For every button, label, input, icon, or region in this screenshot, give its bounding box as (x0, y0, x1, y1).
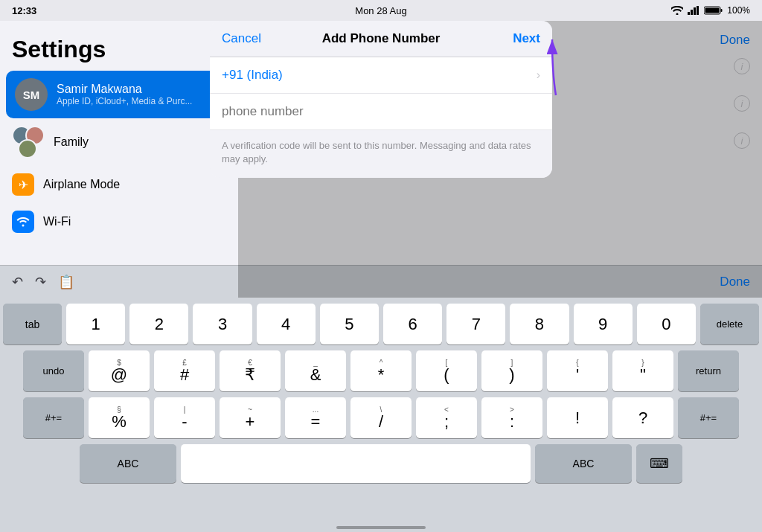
sidebar-item-airplane[interactable]: ✈ Airplane Mode (0, 166, 238, 203)
key-rquote[interactable]: } " (612, 350, 673, 391)
status-bar: 12:33 Mon 28 Aug 100% (0, 0, 762, 21)
key-2[interactable]: 2 (129, 304, 188, 344)
status-time: 12:33 (12, 5, 36, 16)
airplane-label: Airplane Mode (43, 178, 120, 191)
family-avatar-3 (18, 139, 37, 158)
key-hash[interactable]: £ # (154, 350, 215, 391)
key-rparen[interactable]: ] ) (481, 350, 542, 391)
chevron-right-icon: › (537, 68, 540, 82)
key-7[interactable]: 7 (446, 304, 505, 344)
key-star[interactable]: ^ * (350, 350, 412, 391)
key-equal[interactable]: ... = (285, 397, 346, 438)
country-selector[interactable]: +91 (India) (222, 68, 283, 83)
svg-rect-3 (697, 6, 699, 15)
settings-title: Settings (0, 21, 238, 71)
key-semi[interactable]: < ; (416, 397, 477, 438)
key-minus[interactable]: | - (154, 397, 215, 438)
key-8[interactable]: 8 (510, 304, 569, 344)
country-row[interactable]: +91 (India) › (210, 57, 552, 94)
undo-icon[interactable]: ↶ (12, 274, 23, 290)
status-date: Mon 28 Aug (355, 5, 406, 16)
modal-hint: A verification code will be sent to this… (210, 130, 552, 178)
space-key[interactable] (181, 444, 531, 483)
wifi-settings-icon (12, 211, 34, 233)
svg-rect-0 (688, 12, 690, 15)
status-icons: 100% (671, 5, 750, 16)
keyboard-row-4: ABC ABC ⌨ (3, 444, 759, 483)
modal-cancel-button[interactable]: Cancel (222, 31, 261, 46)
key-9[interactable]: 9 (574, 304, 633, 344)
keyboard-row-2: undo $ @ £ # € ₹ _ & ^ * [ ( ] ) (3, 350, 759, 391)
user-info: Samir Makwana Apple ID, iCloud+, Media &… (57, 83, 192, 106)
key-at[interactable]: $ @ (89, 350, 150, 391)
shift-right-key[interactable]: #+= (678, 397, 739, 438)
keyboard: tab 1 2 3 4 5 6 7 8 9 0 delete undo $ @ … (0, 298, 762, 532)
emoji-key-label: ⌨ (650, 457, 669, 470)
family-avatars (12, 126, 45, 158)
keyboard-row-1: tab 1 2 3 4 5 6 7 8 9 0 delete (3, 304, 759, 344)
battery-icon (704, 6, 723, 15)
abc-right-label: ABC (573, 458, 595, 469)
home-indicator (336, 526, 426, 529)
key-5[interactable]: 5 (320, 304, 379, 344)
undo-key-label: undo (43, 366, 65, 376)
modal-next-button[interactable]: Next (513, 31, 540, 46)
key-0[interactable]: 0 (637, 304, 696, 344)
modal-header: Cancel Add Phone Number Next (210, 21, 552, 57)
tab-key-label: tab (25, 319, 39, 330)
key-3[interactable]: 3 (193, 304, 252, 344)
paste-icon[interactable]: 📋 (58, 274, 74, 290)
family-label: Family (54, 135, 89, 149)
modal-body: +91 (India) › (210, 57, 552, 130)
user-name: Samir Makwana (57, 83, 192, 96)
shift-left-label: #+= (45, 413, 62, 423)
svg-rect-2 (694, 7, 696, 15)
add-phone-modal: Cancel Add Phone Number Next +91 (India)… (210, 21, 552, 178)
user-sub: Apple ID, iCloud+, Media & Purc... (57, 96, 192, 106)
key-plus[interactable]: ~ + (220, 397, 281, 438)
emoji-key[interactable]: ⌨ (636, 444, 682, 483)
sidebar-item-family[interactable]: Family (0, 118, 238, 166)
key-rupee[interactable]: € ₹ (220, 350, 281, 391)
svg-rect-5 (721, 9, 723, 12)
delete-key-label: delete (717, 319, 743, 329)
key-4[interactable]: 4 (257, 304, 316, 344)
return-key-label: return (696, 366, 721, 376)
abc-left-label: ABC (118, 458, 139, 469)
key-colon[interactable]: > : (481, 397, 542, 438)
svg-rect-1 (691, 10, 693, 15)
phone-input[interactable] (222, 104, 540, 119)
key-slash[interactable]: \ / (350, 397, 412, 438)
key-1[interactable]: 1 (66, 304, 125, 344)
toolbar-left: ↶ ↷ 📋 (12, 274, 74, 290)
phone-input-row (210, 94, 552, 130)
redo-icon[interactable]: ↷ (35, 274, 46, 290)
delete-key[interactable]: delete (700, 304, 759, 344)
undo-key[interactable]: undo (23, 350, 84, 391)
key-amp[interactable]: _ & (285, 350, 346, 391)
shift-right-label: #+= (700, 413, 717, 423)
shift-left-key[interactable]: #+= (23, 397, 84, 438)
abc-left-key[interactable]: ABC (80, 444, 176, 483)
sidebar-item-user[interactable]: SM Samir Makwana Apple ID, iCloud+, Medi… (6, 71, 232, 118)
wifi-icon (671, 6, 683, 15)
key-percent[interactable]: § % (89, 397, 150, 438)
key-exclaim[interactable]: ! (547, 397, 608, 438)
key-lparen[interactable]: [ ( (416, 350, 477, 391)
airplane-icon: ✈ (12, 173, 34, 196)
user-avatar: SM (15, 78, 48, 111)
abc-right-key[interactable]: ABC (535, 444, 632, 483)
key-6[interactable]: 6 (383, 304, 442, 344)
keyboard-row-3: #+= § % | - ~ + ... = \ / < ; > : (3, 397, 759, 438)
key-lquote[interactable]: { ' (547, 350, 608, 391)
key-question[interactable]: ? (612, 397, 673, 438)
wifi-label: Wi-Fi (43, 215, 71, 228)
battery-label: 100% (727, 5, 750, 16)
modal-title: Add Phone Number (322, 31, 441, 46)
svg-rect-6 (705, 8, 720, 13)
signal-icon (688, 6, 699, 15)
tab-key[interactable]: tab (3, 304, 62, 344)
return-key[interactable]: return (678, 350, 739, 391)
sidebar-item-wifi[interactable]: Wi-Fi (0, 203, 238, 240)
